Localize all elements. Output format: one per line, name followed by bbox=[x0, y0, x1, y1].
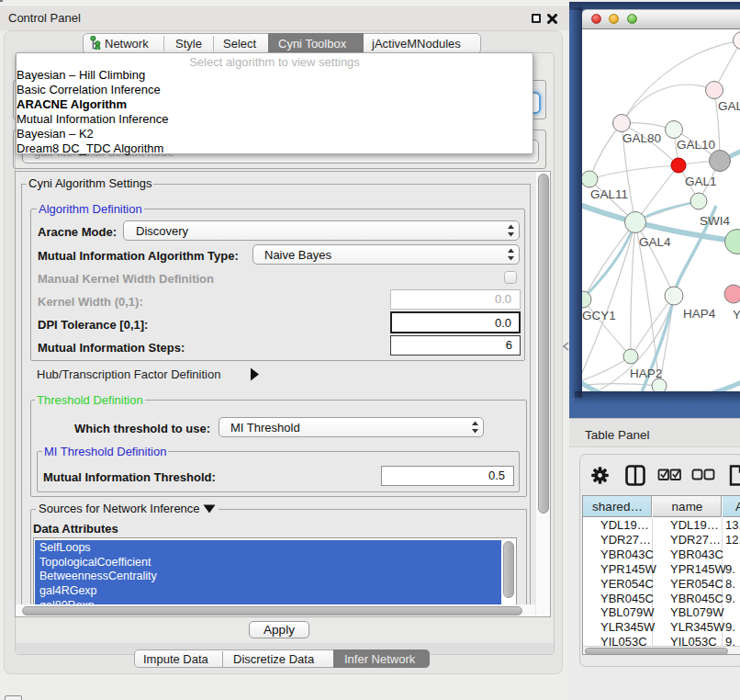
svg-text:GAL80: GAL80 bbox=[622, 131, 661, 145]
svg-text:GAL7: GAL7 bbox=[718, 99, 740, 113]
svg-text:GAL11: GAL11 bbox=[590, 187, 628, 201]
svg-text:Y: Y bbox=[733, 308, 740, 322]
svg-text:HAP2: HAP2 bbox=[630, 367, 662, 380]
svg-text:GAL10: GAL10 bbox=[677, 138, 715, 152]
svg-text:GAL1: GAL1 bbox=[685, 175, 717, 188]
svg-text:SWI4: SWI4 bbox=[700, 214, 730, 228]
svg-text:GCY1: GCY1 bbox=[582, 309, 616, 322]
svg-text:GAL4: GAL4 bbox=[639, 235, 671, 249]
svg-text:HAP4: HAP4 bbox=[683, 307, 716, 321]
